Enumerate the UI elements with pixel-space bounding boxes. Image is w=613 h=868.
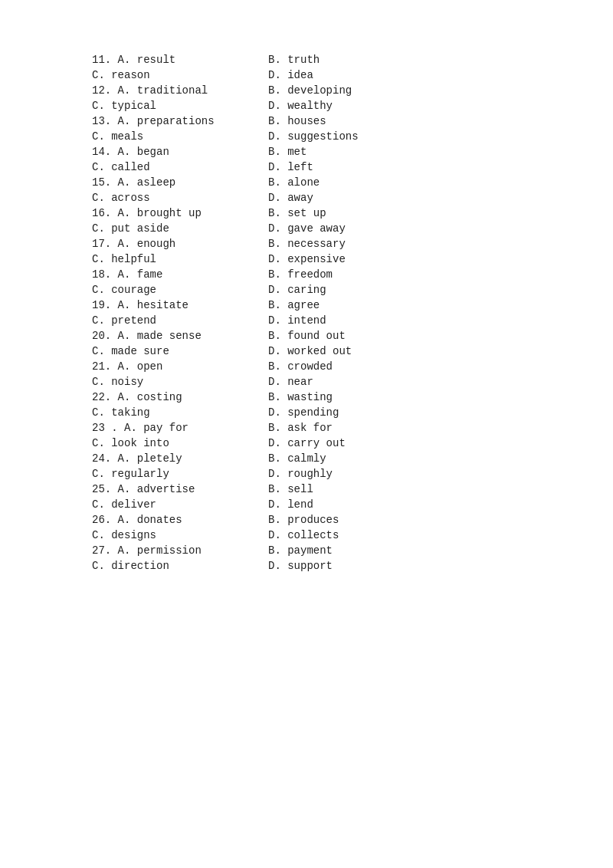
answer-option-left: 25. A. advertise	[92, 483, 268, 495]
answer-option-left: 26. A. donates	[92, 514, 268, 526]
answer-option-left: C. regularly	[92, 468, 268, 480]
question-row: C. designsD. collects	[92, 529, 521, 541]
answer-option-right: D. suggestions	[268, 130, 444, 143]
answer-option-left: 16. A. brought up	[92, 207, 268, 219]
question-row: 25. A. advertiseB. sell	[92, 483, 521, 495]
answer-option-right: D. worked out	[268, 345, 444, 357]
answer-option-left: 23 . A. pay for	[92, 422, 268, 434]
answer-option-right: D. away	[268, 192, 444, 204]
answer-option-left: 18. A. fame	[92, 268, 268, 281]
answer-option-left: 27. A. permission	[92, 544, 268, 557]
answer-option-left: C. look into	[92, 437, 268, 449]
question-row: C. takingD. spending	[92, 406, 521, 419]
question-row: 14. A. beganB. met	[92, 146, 521, 158]
question-row: 17. A. enoughB. necessary	[92, 238, 521, 250]
answer-option-left: C. put aside	[92, 222, 268, 235]
question-row: C. typicalD. wealthy	[92, 100, 521, 112]
answer-option-left: C. deliver	[92, 498, 268, 511]
answer-option-right: B. alone	[268, 176, 444, 189]
question-row: C. directionD. support	[92, 560, 521, 572]
answer-option-left: C. pretend	[92, 314, 268, 327]
answer-option-left: 12. A. traditional	[92, 84, 268, 97]
answer-option-right: D. idea	[268, 69, 444, 81]
question-row: C. deliverD. lend	[92, 498, 521, 511]
answer-option-left: C. made sure	[92, 345, 268, 357]
question-row: 19. A. hesitateB. agree	[92, 299, 521, 311]
answer-option-left: 15. A. asleep	[92, 176, 268, 189]
answer-option-right: B. payment	[268, 544, 444, 557]
question-row: C. calledD. left	[92, 161, 521, 173]
answer-option-right: D. lend	[268, 498, 444, 511]
answer-option-left: C. taking	[92, 406, 268, 419]
question-row: 24. A. pletelyB. calmly	[92, 452, 521, 465]
answer-option-left: C. courage	[92, 284, 268, 296]
question-row: 16. A. brought upB. set up	[92, 207, 521, 219]
question-row: 22. A. costingB. wasting	[92, 391, 521, 403]
content-area: 11. A. resultB. truthC. reasonD. idea12.…	[92, 54, 521, 572]
answer-option-right: D. near	[268, 376, 444, 388]
answer-option-right: D. gave away	[268, 222, 444, 235]
question-row: C. look intoD. carry out	[92, 437, 521, 449]
answer-option-left: 13. A. preparations	[92, 115, 268, 127]
question-row: C. regularlyD. roughly	[92, 468, 521, 480]
answer-option-right: B. ask for	[268, 422, 444, 434]
answer-option-right: B. calmly	[268, 452, 444, 465]
answer-option-right: D. carry out	[268, 437, 444, 449]
answer-option-right: D. left	[268, 161, 444, 173]
answer-option-right: D. intend	[268, 314, 444, 327]
answer-option-left: C. called	[92, 161, 268, 173]
answer-option-left: 11. A. result	[92, 54, 268, 66]
answer-option-right: B. produces	[268, 514, 444, 526]
question-row: 13. A. preparationsB. houses	[92, 115, 521, 127]
answer-option-right: B. met	[268, 146, 444, 158]
question-row: C. courageD. caring	[92, 284, 521, 296]
question-row: 15. A. asleepB. alone	[92, 176, 521, 189]
question-row: C. acrossD. away	[92, 192, 521, 204]
question-row: 18. A. fameB. freedom	[92, 268, 521, 281]
answer-option-right: B. necessary	[268, 238, 444, 250]
answer-option-right: D. expensive	[268, 253, 444, 265]
question-row: 11. A. resultB. truth	[92, 54, 521, 66]
answer-option-left: 21. A. open	[92, 360, 268, 373]
answer-option-left: C. across	[92, 192, 268, 204]
answer-option-right: D. spending	[268, 406, 444, 419]
answer-option-left: C. meals	[92, 130, 268, 143]
answer-option-left: 19. A. hesitate	[92, 299, 268, 311]
question-row: 20. A. made senseB. found out	[92, 330, 521, 342]
answer-option-left: C. designs	[92, 529, 268, 541]
question-row: C. mealsD. suggestions	[92, 130, 521, 143]
question-list: 11. A. resultB. truthC. reasonD. idea12.…	[92, 54, 521, 572]
answer-option-left: C. helpful	[92, 253, 268, 265]
answer-option-left: C. reason	[92, 69, 268, 81]
question-row: C. noisyD. near	[92, 376, 521, 388]
question-row: 21. A. openB. crowded	[92, 360, 521, 373]
question-row: C. put asideD. gave away	[92, 222, 521, 235]
answer-option-right: B. freedom	[268, 268, 444, 281]
answer-option-left: C. typical	[92, 100, 268, 112]
answer-option-right: D. roughly	[268, 468, 444, 480]
answer-option-left: 22. A. costing	[92, 391, 268, 403]
answer-option-right: B. developing	[268, 84, 444, 97]
question-row: 12. A. traditionalB. developing	[92, 84, 521, 97]
question-row: C. made sureD. worked out	[92, 345, 521, 357]
answer-option-left: 14. A. began	[92, 146, 268, 158]
answer-option-right: B. sell	[268, 483, 444, 495]
question-row: 23 . A. pay forB. ask for	[92, 422, 521, 434]
answer-option-right: D. support	[268, 560, 444, 572]
answer-option-right: B. houses	[268, 115, 444, 127]
question-row: 26. A. donatesB. produces	[92, 514, 521, 526]
answer-option-left: 24. A. pletely	[92, 452, 268, 465]
answer-option-right: B. truth	[268, 54, 444, 66]
answer-option-right: B. crowded	[268, 360, 444, 373]
answer-option-right: D. wealthy	[268, 100, 444, 112]
question-row: 27. A. permissionB. payment	[92, 544, 521, 557]
answer-option-left: 17. A. enough	[92, 238, 268, 250]
answer-option-right: B. set up	[268, 207, 444, 219]
answer-option-right: B. wasting	[268, 391, 444, 403]
answer-option-right: D. caring	[268, 284, 444, 296]
question-row: C. pretendD. intend	[92, 314, 521, 327]
answer-option-left: C. direction	[92, 560, 268, 572]
answer-option-right: D. collects	[268, 529, 444, 541]
answer-option-right: B. agree	[268, 299, 444, 311]
question-row: C. reasonD. idea	[92, 69, 521, 81]
